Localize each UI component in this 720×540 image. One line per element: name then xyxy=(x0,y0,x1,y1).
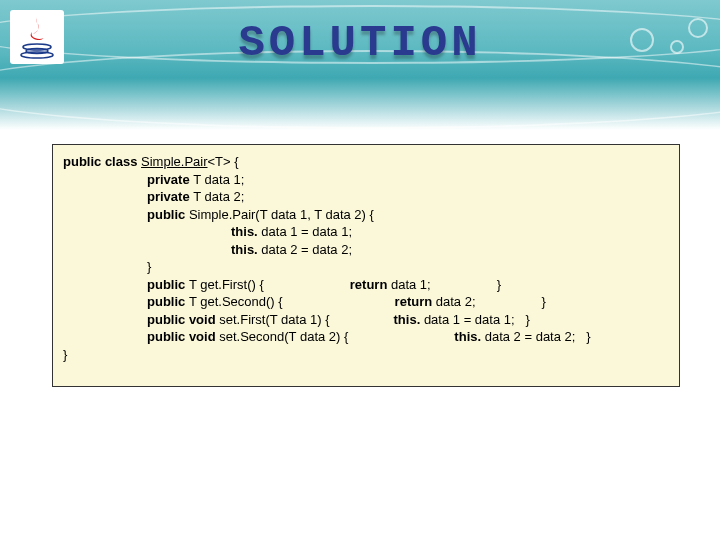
code-line: public T get.Second() { return data 2; } xyxy=(63,293,669,311)
code-block: public class Simple.Pair<T> { private T … xyxy=(52,144,680,387)
code-line: public T get.First() { return data 1; } xyxy=(63,276,669,294)
code-line: } xyxy=(63,258,669,276)
code-line: public void set.Second(T data 2) { this.… xyxy=(63,328,669,346)
code-line: public Simple.Pair(T data 1, T data 2) { xyxy=(63,206,669,224)
code-line: this. data 1 = data 1; xyxy=(63,223,669,241)
slide-title: SOLUTION xyxy=(0,18,720,68)
code-line: public class Simple.Pair<T> { xyxy=(63,153,669,171)
code-line: private T data 1; xyxy=(63,171,669,189)
code-line: this. data 2 = data 2; xyxy=(63,241,669,259)
code-line: public void set.First(T data 1) { this. … xyxy=(63,311,669,329)
code-line: private T data 2; xyxy=(63,188,669,206)
code-line: } xyxy=(63,346,669,364)
